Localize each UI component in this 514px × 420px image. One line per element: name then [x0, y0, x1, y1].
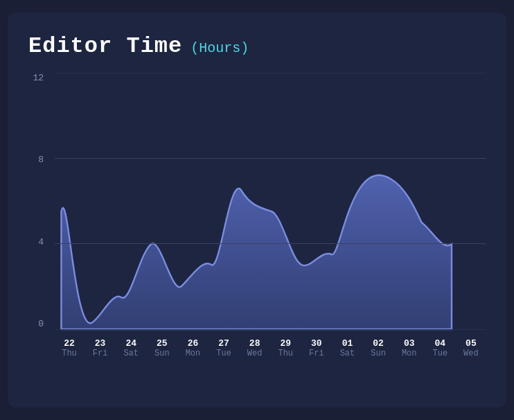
x-date-03: 03: [404, 338, 415, 349]
x-date-05: 05: [466, 338, 477, 349]
x-date-23: 23: [95, 338, 106, 349]
x-date-04: 04: [435, 338, 446, 349]
x-date-30: 30: [311, 338, 322, 349]
x-date-24: 24: [125, 338, 136, 349]
x-date-02: 02: [373, 338, 384, 349]
x-tick-02: 02 Sun: [364, 338, 393, 358]
x-date-01: 01: [342, 338, 353, 349]
y-label-4: 4: [28, 237, 49, 247]
x-day-sat2: Sat: [340, 349, 355, 358]
x-tick-25: 25 Sun: [148, 338, 177, 358]
x-day-mon1: Mon: [186, 349, 201, 358]
area-chart-svg: [55, 73, 486, 329]
x-date-26: 26: [188, 338, 199, 349]
chart-title-main: Editor Time: [28, 33, 182, 59]
x-day-thu: Thu: [62, 349, 77, 358]
chart-title-sub: (Hours): [190, 40, 249, 56]
x-day-fri2: Fri: [309, 349, 324, 358]
x-date-25: 25: [157, 338, 168, 349]
x-axis: 22 Thu 23 Fri 24 Sat 25 Sun 26 Mon 27 Tu…: [55, 333, 486, 371]
x-date-28: 28: [249, 338, 260, 349]
chart-title: Editor Time (Hours): [28, 33, 486, 59]
x-date-27: 27: [218, 338, 229, 349]
grid-line-8: [55, 158, 486, 159]
x-date-29: 29: [280, 338, 291, 349]
x-day-wed2: Wed: [463, 349, 479, 358]
x-tick-26: 26 Mon: [178, 338, 207, 358]
chart-area-path: [61, 175, 452, 329]
x-tick-24: 24 Sat: [116, 338, 145, 358]
x-day-fri: Fri: [93, 349, 108, 358]
chart-plot: [55, 73, 486, 329]
x-tick-27: 27 Tue: [209, 338, 238, 358]
x-tick-04: 04 Tue: [425, 338, 454, 358]
x-date-22: 22: [64, 338, 75, 349]
grid-line-4: [55, 243, 486, 244]
x-tick-29: 29 Thu: [271, 338, 300, 358]
grid-line-12: [55, 73, 486, 73]
x-day-thu2: Thu: [278, 349, 293, 358]
x-tick-22: 22 Thu: [55, 338, 84, 358]
x-day-tue1: Tue: [216, 349, 231, 358]
x-day-sat: Sat: [123, 349, 139, 358]
x-tick-28: 28 Wed: [240, 338, 269, 358]
grid-line-0: [55, 329, 486, 330]
x-tick-03: 03 Mon: [395, 338, 424, 358]
y-label-8: 8: [28, 155, 49, 165]
chart-area: 12 8 4 0: [28, 73, 486, 371]
y-label-12: 12: [28, 73, 49, 83]
x-day-sun2: Sun: [371, 349, 386, 358]
x-day-tue2: Tue: [433, 349, 448, 358]
y-label-0: 0: [28, 319, 49, 329]
x-day-mon2: Mon: [402, 349, 417, 358]
x-tick-05: 05 Wed: [457, 338, 486, 358]
x-tick-30: 30 Fri: [302, 338, 331, 358]
chart-container: Editor Time (Hours) 12 8 4 0: [8, 12, 506, 408]
x-day-wed1: Wed: [247, 349, 263, 358]
x-day-sun: Sun: [154, 349, 170, 358]
y-axis: 12 8 4 0: [28, 73, 49, 329]
x-tick-01: 01 Sat: [333, 338, 362, 358]
x-tick-23: 23 Fri: [86, 338, 115, 358]
